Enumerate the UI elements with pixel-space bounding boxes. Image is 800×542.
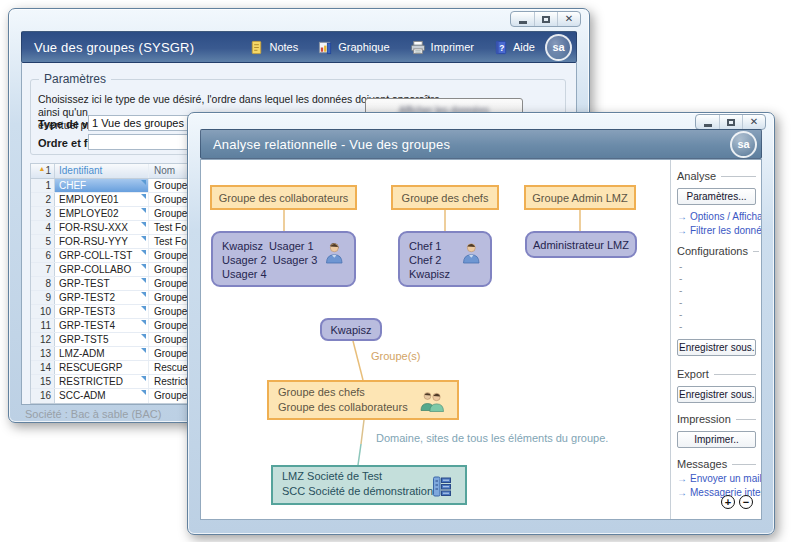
filtrer-donnees-link[interactable]: → Filtrer les données	[677, 225, 756, 236]
minimize-icon	[519, 21, 527, 24]
relationship-diagram: Groupe des collaborateurs Groupe des che…	[201, 160, 670, 519]
sa-logo: sa	[730, 131, 757, 158]
status-bar: Société : Bac à sable (BAC)	[25, 408, 161, 420]
group-node-admin-lmz[interactable]: Groupe Admin LMZ	[524, 185, 636, 210]
imprimer-button[interactable]: Imprimer..	[677, 431, 756, 448]
group-node-chefs[interactable]: Groupe des chefs	[391, 185, 499, 210]
group-node-label: Groupe des collaborateurs	[219, 192, 349, 204]
member-node-label: Administrateur LMZ	[533, 239, 629, 251]
parametres-button[interactable]: Paramètres...	[677, 188, 756, 205]
member-node-administrateur-lmz[interactable]: Administrateur LMZ	[525, 231, 637, 258]
notes-icon	[249, 40, 264, 55]
configuration-placeholder: -	[677, 309, 756, 321]
maximize-button[interactable]	[534, 12, 557, 26]
configuration-placeholder: -	[677, 321, 756, 333]
aide-label: Aide	[513, 41, 535, 53]
group-node-label: Groupe Admin LMZ	[532, 192, 627, 204]
toolbar: Notes Graphique Imprimer ? Aide	[249, 40, 535, 55]
group-node-label: Groupe des chefs	[402, 192, 489, 204]
close-button[interactable]: ✕	[557, 12, 580, 26]
zoom-in-button[interactable]: +	[721, 495, 735, 509]
zoom-out-button[interactable]: −	[739, 495, 753, 509]
minimize-button[interactable]	[511, 12, 534, 26]
analysis-sidebar: Analyse Paramètres... → Options / Affich…	[670, 160, 761, 519]
export-enregistrer-sous-button[interactable]: Enregistrer sous...	[677, 386, 756, 403]
arrow-icon: →	[677, 487, 687, 498]
close-button[interactable]: ✕	[742, 115, 765, 129]
window-title: Vue des groupes (SYSGR)	[22, 40, 249, 55]
group-list: Groupe des chefs Groupe des collaborateu…	[269, 383, 417, 417]
arrow-icon: →	[677, 211, 687, 222]
analyse-section-header: Analyse	[677, 170, 756, 182]
parametres-legend: Paramètres	[39, 72, 111, 86]
printer-icon	[410, 40, 426, 55]
analyse-content: Groupe des collaborateurs Groupe des che…	[200, 159, 762, 520]
configuration-placeholder: -	[677, 273, 756, 285]
arrow-icon: →	[677, 473, 687, 484]
person-icon	[460, 241, 482, 264]
svg-text:?: ?	[499, 42, 504, 52]
sa-logo: sa	[545, 34, 572, 61]
close-icon: ✕	[565, 14, 573, 24]
export-section-header: Export	[677, 368, 756, 380]
graphique-button[interactable]: Graphique	[318, 40, 389, 55]
groups-of-user-node[interactable]: Groupe des chefs Groupe des collaborateu…	[267, 380, 459, 420]
analyse-relationnelle-window: ✕ Analyse relationnelle - Vue des groupe…	[187, 112, 775, 535]
help-icon: ?	[494, 40, 508, 55]
group-node-collaborateurs[interactable]: Groupe des collaborateurs	[210, 185, 357, 210]
domain-node[interactable]: LMZ Societé de Test SCC Société de démon…	[271, 465, 467, 505]
notes-button[interactable]: Notes	[249, 40, 298, 55]
title-bar: Analyse relationnelle - Vue des groupes …	[200, 129, 762, 159]
arrow-icon: →	[677, 225, 687, 236]
chart-icon	[318, 40, 333, 55]
maximize-icon	[727, 119, 735, 126]
title-bar: Vue des groupes (SYSGR) Notes Graphique …	[21, 31, 577, 63]
person-icon	[323, 241, 345, 264]
minimize-button[interactable]	[696, 115, 719, 129]
window-controls: ✕	[695, 114, 766, 130]
people-icon	[419, 391, 446, 412]
options-affichage-link[interactable]: → Options / Affichage	[677, 211, 756, 222]
configuration-placeholder: -	[677, 261, 756, 273]
enregistrer-sous-button[interactable]: Enregistrer sous...	[677, 339, 756, 356]
user-node-kwapisz[interactable]: Kwapisz	[320, 318, 382, 341]
edge-label-domaine: Domaine, sites de tous les éléments du g…	[376, 432, 608, 444]
configurations-list: - - - - - -	[677, 261, 756, 333]
minimize-icon	[704, 124, 712, 127]
imprimer-button[interactable]: Imprimer	[410, 40, 474, 55]
messages-section-header: Messages	[677, 458, 756, 470]
header-identifiant[interactable]: Identifiant	[55, 164, 149, 178]
sites-icon	[432, 475, 452, 498]
edge-label-groupes: Groupe(s)	[371, 350, 421, 362]
envoyer-mail-link[interactable]: → Envoyer un mail	[677, 473, 756, 484]
members-node-chefs[interactable]: Chef 1 Chef 2 Kwapisz	[398, 231, 492, 287]
configuration-placeholder: -	[677, 297, 756, 309]
configurations-section-header[interactable]: Configurations▶	[677, 245, 756, 257]
impression-section-header: Impression	[677, 413, 756, 425]
configuration-placeholder: -	[677, 285, 756, 297]
header-row-number: ▲1	[31, 164, 55, 178]
user-node-label: Kwapisz	[331, 324, 372, 336]
window-controls: ✕	[510, 11, 581, 27]
window-title: Analyse relationnelle - Vue des groupes	[201, 137, 730, 152]
maximize-button[interactable]	[719, 115, 742, 129]
zoom-controls: + −	[721, 495, 753, 509]
members-node-collaborateurs[interactable]: Kwapisz Usager 1 Usager 2 Usager 3 Usage…	[211, 231, 356, 287]
close-icon: ✕	[750, 117, 758, 127]
imprimer-label: Imprimer	[431, 41, 474, 53]
maximize-icon	[542, 16, 550, 23]
graphique-label: Graphique	[338, 41, 389, 53]
notes-label: Notes	[269, 41, 298, 53]
aide-button[interactable]: ? Aide	[494, 40, 535, 55]
